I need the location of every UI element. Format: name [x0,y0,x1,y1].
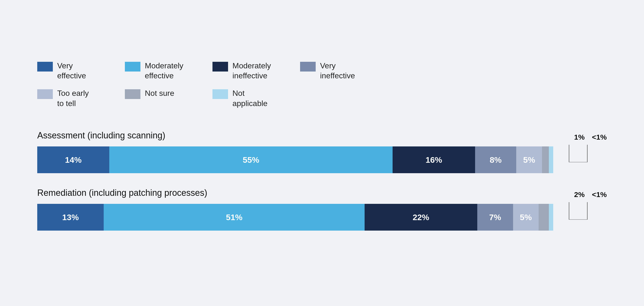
moderately-effective-swatch [125,62,140,71]
assessment-seg-moderately-ineffective: 16% [392,146,475,173]
legend-item-moderately-effective: Moderatelyeffective [125,61,193,81]
not-sure-label: Not sure [145,88,174,98]
remediation-seg-moderately-effective: 51% [104,204,364,231]
assessment-seg-not-sure [542,146,549,173]
assessment-seg-not-applicable [549,146,553,173]
moderately-ineffective-label: Moderatelyineffective [232,61,271,81]
very-ineffective-swatch [300,62,316,71]
very-effective-label: Veryeffective [57,61,86,81]
chart-container: Veryeffective Moderatelyeffective Modera… [18,46,626,260]
not-applicable-label: Notapplicable [232,88,268,108]
assessment-seg-too-early: 5% [516,146,542,173]
remediation-seg-too-early: 5% [513,204,538,231]
not-applicable-swatch [212,89,228,99]
legend-item-moderately-ineffective: Moderatelyineffective [212,61,280,81]
legend-item-very-ineffective: Veryineffective [300,61,368,81]
legend-item-not-sure: Not sure [125,88,193,108]
remediation-title: Remediation (including patching processe… [37,188,607,198]
legend-item-too-early: Too earlyto tell [37,88,106,108]
very-ineffective-label: Veryineffective [320,61,355,81]
moderately-effective-label: Moderatelyeffective [145,61,183,81]
not-sure-swatch [125,89,140,99]
too-early-label: Too earlyto tell [57,88,89,108]
legend-row-1: Veryeffective Moderatelyeffective Modera… [37,61,607,81]
very-effective-swatch [37,62,53,71]
assessment-title: Assessment (including scanning) [37,130,607,141]
remediation-seg-very-ineffective: 7% [477,204,513,231]
assessment-section: Assessment (including scanning) 1% <1% [37,130,607,173]
assessment-seg-moderately-effective: 55% [109,146,392,173]
remediation-small-label-1: 2% [574,190,584,199]
remediation-seg-not-applicable [549,204,553,231]
remediation-seg-not-sure [538,204,549,231]
legend-row-2: Too earlyto tell Not sure Notapplicable [37,88,607,108]
remediation-section: Remediation (including patching processe… [37,188,607,231]
assessment-small-label-1: 1% [574,133,584,141]
remediation-small-label-2: <1% [592,190,607,199]
legend-item-very-effective: Veryeffective [37,61,106,81]
legend: Veryeffective Moderatelyeffective Modera… [37,61,607,116]
moderately-ineffective-swatch [212,62,228,71]
assessment-seg-very-effective: 14% [37,146,109,173]
remediation-seg-very-effective: 13% [37,204,104,231]
assessment-small-label-2: <1% [592,133,607,141]
assessment-bar: 14% 55% 16% 8% 5% [37,146,553,173]
legend-item-not-applicable: Notapplicable [212,88,280,108]
assessment-seg-very-ineffective: 8% [475,146,516,173]
remediation-bar: 13% 51% 22% 7% 5% [37,204,553,231]
too-early-swatch [37,89,53,99]
remediation-seg-moderately-ineffective: 22% [364,204,477,231]
